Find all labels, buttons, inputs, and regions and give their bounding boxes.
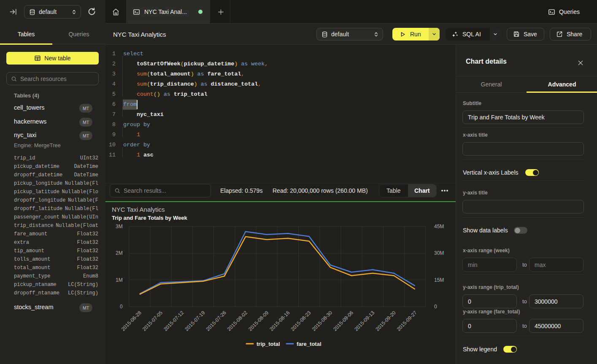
svg-text:2015-08-30: 2015-08-30 xyxy=(311,310,334,332)
svg-text:2015-08-02: 2015-08-02 xyxy=(226,310,249,332)
svg-text:45M: 45M xyxy=(434,224,444,229)
svg-text:2015-09-13: 2015-09-13 xyxy=(353,310,376,332)
svg-text:2015-07-05: 2015-07-05 xyxy=(141,310,164,332)
svg-text:2015-07-19: 2015-07-19 xyxy=(184,310,206,332)
svg-text:3M: 3M xyxy=(116,224,123,229)
svg-text:15M: 15M xyxy=(434,277,444,283)
svg-text:2M: 2M xyxy=(116,250,123,256)
svg-text:2015-09-27: 2015-09-27 xyxy=(396,310,419,332)
svg-text:2015-08-23: 2015-08-23 xyxy=(289,310,312,332)
svg-text:Trip and Fare Totals by Week: Trip and Fare Totals by Week xyxy=(112,215,187,221)
svg-text:2015-08-09: 2015-08-09 xyxy=(247,310,270,332)
svg-text:30M: 30M xyxy=(434,250,444,256)
svg-text:0: 0 xyxy=(434,304,437,310)
svg-text:1M: 1M xyxy=(116,277,123,283)
svg-text:2015-08-16: 2015-08-16 xyxy=(268,310,291,332)
svg-text:trip_total: trip_total xyxy=(257,341,280,347)
svg-text:2015-07-12: 2015-07-12 xyxy=(162,310,185,332)
svg-text:NYC Taxi Analytics: NYC Taxi Analytics xyxy=(112,206,165,213)
svg-text:2015-09-06: 2015-09-06 xyxy=(332,310,355,332)
svg-text:2015-06-28: 2015-06-28 xyxy=(120,310,143,332)
svg-text:2015-09-20: 2015-09-20 xyxy=(374,310,397,332)
svg-text:2015-07-26: 2015-07-26 xyxy=(205,310,228,332)
svg-text:fare_total: fare_total xyxy=(297,341,321,347)
svg-text:0: 0 xyxy=(120,304,123,310)
